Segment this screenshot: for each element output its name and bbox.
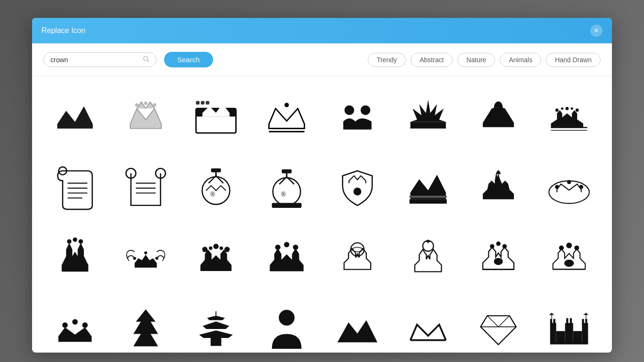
search-box: [43, 52, 157, 67]
icon-crown-orb[interactable]: [326, 227, 389, 290]
svg-point-62: [224, 247, 230, 252]
svg-rect-40: [282, 169, 292, 173]
icon-diamond[interactable]: [467, 297, 530, 353]
svg-line-93: [498, 316, 510, 327]
close-button[interactable]: ×: [590, 25, 603, 37]
svg-point-79: [559, 246, 564, 250]
svg-point-64: [220, 247, 223, 250]
svg-point-85: [72, 319, 78, 325]
icon-crown-open[interactable]: [396, 297, 460, 353]
icon-crown-outline[interactable]: [255, 86, 318, 149]
filter-trendy[interactable]: Trendy: [368, 53, 406, 67]
icon-crown-diamond[interactable]: [114, 86, 177, 149]
svg-point-67: [284, 242, 289, 247]
icon-crown-bishop[interactable]: [396, 227, 460, 290]
svg-rect-101: [566, 318, 568, 324]
svg-point-54: [67, 239, 71, 244]
svg-point-59: [155, 257, 158, 260]
svg-point-89: [279, 310, 294, 325]
svg-point-51: [555, 185, 559, 189]
svg-point-19: [576, 108, 579, 112]
svg-point-57: [133, 257, 136, 260]
icon-crown-royal[interactable]: [396, 156, 460, 220]
search-button[interactable]: Search: [164, 52, 213, 67]
icon-crown-shield[interactable]: [326, 156, 389, 220]
svg-point-14: [361, 105, 371, 115]
svg-rect-9: [206, 101, 210, 105]
svg-point-76: [503, 244, 507, 248]
icon-crown-fancy[interactable]: [537, 227, 601, 290]
svg-point-80: [566, 243, 572, 248]
icon-crown-screen[interactable]: [185, 86, 248, 149]
svg-rect-88: [211, 338, 222, 346]
icon-person-bust[interactable]: [255, 297, 318, 353]
icon-crown-mountain[interactable]: [326, 297, 389, 353]
modal-backdrop: Replace Icon × Search Trendy Abstract Na…: [0, 0, 644, 362]
icon-grid-container: ® ®: [32, 76, 612, 353]
svg-point-50: [549, 181, 589, 203]
icon-crown-small[interactable]: [43, 297, 107, 353]
icon-crown-wing[interactable]: [114, 227, 177, 290]
svg-line-1: [148, 60, 149, 62]
svg-point-3: [153, 103, 157, 107]
svg-point-61: [214, 244, 219, 249]
svg-point-55: [73, 238, 77, 242]
icon-stamp-2[interactable]: ®: [255, 156, 318, 220]
filter-hand-drawn[interactable]: Hand Drawn: [546, 53, 601, 67]
svg-point-38: [273, 178, 301, 206]
svg-point-4: [144, 101, 148, 105]
svg-point-52: [567, 180, 571, 184]
svg-point-84: [62, 322, 68, 328]
icon-crown-people[interactable]: [326, 86, 389, 149]
icon-tree-shape[interactable]: [114, 297, 177, 353]
icon-crown-tall[interactable]: [43, 227, 107, 290]
svg-point-75: [496, 242, 501, 246]
svg-rect-94: [550, 323, 556, 343]
svg-point-43: [354, 188, 362, 196]
icon-crown-jewel[interactable]: [185, 227, 248, 290]
icon-crown-full[interactable]: [255, 227, 318, 290]
svg-point-74: [490, 244, 494, 248]
svg-rect-45: [409, 196, 446, 198]
svg-rect-102: [570, 318, 572, 324]
svg-point-66: [275, 245, 281, 250]
filter-abstract[interactable]: Abstract: [411, 53, 453, 67]
filter-nature[interactable]: Nature: [457, 53, 495, 67]
icon-pagoda[interactable]: [185, 297, 248, 353]
icon-crown-gem[interactable]: [467, 227, 530, 290]
svg-point-81: [574, 246, 579, 250]
icon-crown-cross[interactable]: [467, 156, 530, 220]
modal-title: Replace Icon: [41, 26, 85, 35]
icon-crown-imperial[interactable]: [537, 156, 601, 220]
svg-rect-8: [201, 101, 205, 105]
modal-toolbar: Search Trendy Abstract Nature Animals Ha…: [32, 43, 612, 76]
icon-crown-spike[interactable]: [396, 86, 460, 149]
icon-scroll-2[interactable]: [114, 156, 177, 220]
icon-crown-ornate[interactable]: [537, 86, 601, 149]
icon-castle[interactable]: [537, 297, 601, 353]
svg-point-17: [555, 108, 559, 112]
icon-crown-simple[interactable]: [43, 86, 107, 149]
svg-point-56: [78, 239, 83, 244]
svg-point-10: [284, 103, 289, 107]
svg-rect-105: [550, 342, 588, 344]
icon-stamp-1[interactable]: ®: [185, 156, 248, 220]
search-icon: [143, 56, 149, 64]
replace-icon-modal: Replace Icon × Search Trendy Abstract Na…: [32, 18, 612, 353]
svg-rect-104: [573, 331, 582, 343]
svg-rect-96: [582, 323, 588, 343]
icon-scroll-1[interactable]: [43, 156, 107, 220]
svg-rect-36: [211, 168, 221, 172]
icon-crown-elegant[interactable]: [467, 86, 530, 149]
svg-point-58: [144, 251, 147, 254]
svg-point-77: [494, 258, 503, 265]
svg-point-82: [564, 260, 574, 267]
icon-grid: ® ®: [43, 86, 601, 353]
svg-rect-44: [409, 199, 446, 203]
search-input[interactable]: [50, 56, 139, 64]
svg-point-21: [571, 107, 573, 109]
svg-text:®: ®: [281, 190, 286, 197]
svg-rect-95: [565, 323, 573, 343]
svg-point-53: [579, 185, 584, 189]
filter-animals[interactable]: Animals: [500, 53, 541, 67]
